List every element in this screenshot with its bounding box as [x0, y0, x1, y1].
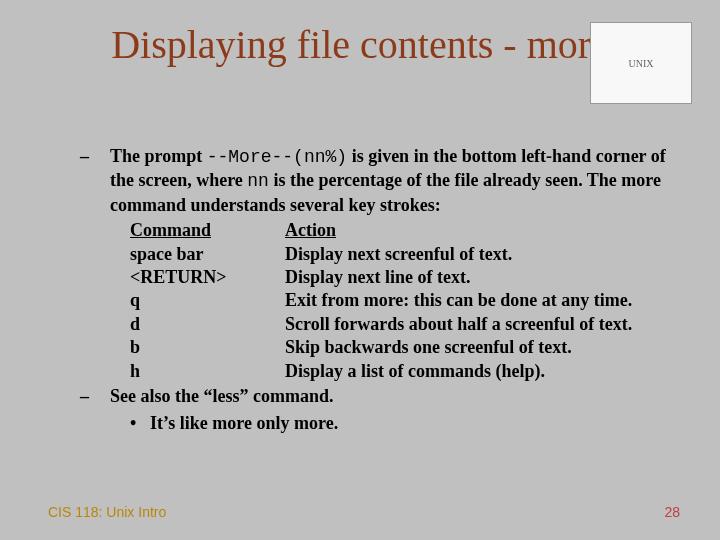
dash-marker: –	[80, 145, 110, 217]
content-area: – The prompt --More--(nn%) is given in t…	[80, 145, 690, 436]
action-cell: Display next screenful of text.	[285, 243, 690, 266]
text: The prompt	[110, 146, 207, 166]
footer-page-number: 28	[664, 504, 680, 520]
table-header-row: Command Action	[130, 219, 690, 242]
cmd-cell: b	[130, 336, 285, 359]
table-row: <RETURN> Display next line of text.	[130, 266, 690, 289]
dash-marker: –	[80, 385, 110, 408]
cmd-cell: d	[130, 313, 285, 336]
sub-bullet: • It’s like more only more.	[130, 412, 690, 435]
action-cell: Display a list of commands (help).	[285, 360, 690, 383]
table-row: q Exit from more: this can be done at an…	[130, 289, 690, 312]
code-prompt: --More--(nn%)	[207, 147, 347, 167]
action-cell: Exit from more: this can be done at any …	[285, 289, 690, 312]
bullet-prompt-info: – The prompt --More--(nn%) is given in t…	[80, 145, 690, 217]
code-nn: nn	[247, 171, 269, 191]
bullet-body: The prompt --More--(nn%) is given in the…	[110, 145, 690, 217]
title-text: Displaying file contents - more	[111, 22, 609, 67]
header-action: Action	[285, 219, 690, 242]
cmd-cell: <RETURN>	[130, 266, 285, 289]
table-row: h Display a list of commands (help).	[130, 360, 690, 383]
cmd-cell: h	[130, 360, 285, 383]
mascot-label: UNIX	[629, 58, 654, 69]
table-row: b Skip backwards one screenful of text.	[130, 336, 690, 359]
bullet-marker: •	[130, 412, 150, 435]
see-also-text: See also the “less” command.	[110, 385, 690, 408]
mascot-image: UNIX	[590, 22, 692, 104]
bullet-see-also: – See also the “less” command.	[80, 385, 690, 408]
action-cell: Display next line of text.	[285, 266, 690, 289]
command-table: Command Action space bar Display next sc…	[130, 219, 690, 383]
sub-bullet-text: It’s like more only more.	[150, 412, 338, 435]
cmd-cell: q	[130, 289, 285, 312]
action-cell: Scroll forwards about half a screenful o…	[285, 313, 690, 336]
header-command: Command	[130, 219, 285, 242]
table-row: d Scroll forwards about half a screenful…	[130, 313, 690, 336]
table-row: space bar Display next screenful of text…	[130, 243, 690, 266]
footer-course: CIS 118: Unix Intro	[48, 504, 166, 520]
action-cell: Skip backwards one screenful of text.	[285, 336, 690, 359]
slide: Displaying file contents - more UNIX – T…	[0, 0, 720, 540]
cmd-cell: space bar	[130, 243, 285, 266]
